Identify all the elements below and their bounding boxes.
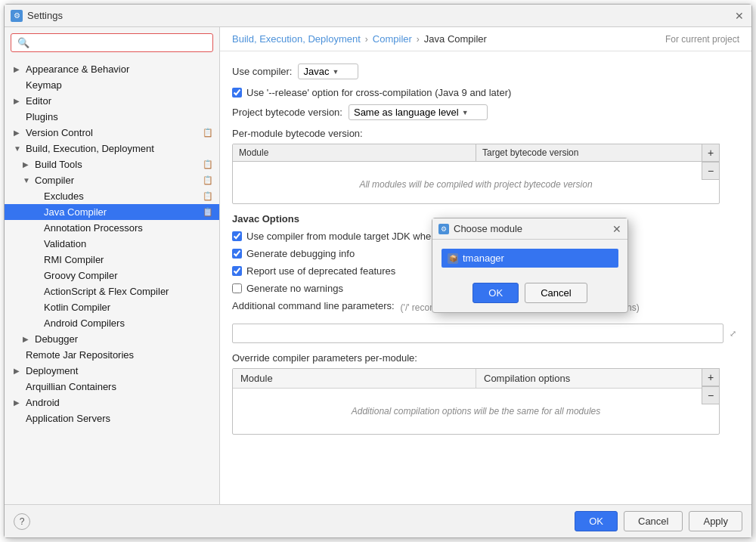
breadcrumb-current: Java Compiler — [424, 33, 487, 45]
javac-options-label: Javac Options — [232, 213, 299, 225]
sidebar-item-label: Java Compiler — [44, 206, 107, 218]
breadcrumb: Build, Execution, Deployment › Compiler … — [220, 27, 751, 51]
sidebar-item-label: Arquillian Containers — [26, 381, 116, 392]
help-button[interactable]: ? — [14, 513, 30, 530]
dialog-module-item[interactable]: 📦 tmanager — [442, 249, 618, 268]
gen-debug-label: Generate debugging info — [246, 248, 355, 259]
sidebar-item-annotation[interactable]: Annotation Processors — [5, 220, 219, 236]
sidebar-item-keymap[interactable]: Keymap — [5, 77, 219, 93]
add-module-button[interactable]: + — [702, 144, 720, 162]
sidebar-item-android[interactable]: ▶ Android — [5, 395, 219, 410]
dialog-buttons: OK Cancel — [432, 277, 627, 312]
use-compiler-value: Javac — [303, 66, 329, 77]
sidebar-item-plugins[interactable]: Plugins — [5, 109, 219, 125]
sidebar-item-excludes[interactable]: Excludes 📋 — [5, 188, 219, 204]
remove-module-button[interactable]: − — [702, 162, 720, 180]
add-override-button[interactable]: + — [702, 368, 720, 386]
breadcrumb-build[interactable]: Build, Execution, Deployment — [232, 33, 361, 45]
sidebar-item-build-exec[interactable]: ▼ Build, Execution, Deployment — [5, 141, 219, 156]
sidebar-item-kotlin[interactable]: Kotlin Compiler — [5, 299, 219, 315]
bottom-bar: ? OK Cancel Apply — [5, 504, 751, 537]
dialog-title: Choose module — [454, 223, 522, 234]
sidebar-item-build-tools[interactable]: ▶ Build Tools 📋 — [5, 156, 219, 172]
bottom-actions: OK Cancel Apply — [575, 511, 742, 531]
sidebar-item-remote-jar[interactable]: Remote Jar Repositories — [5, 347, 219, 363]
report-deprecated-label: Report use of deprecated features — [246, 265, 395, 277]
arrow-icon: ▶ — [14, 129, 23, 137]
main-panel: Build, Execution, Deployment › Compiler … — [220, 27, 751, 504]
sidebar-item-label: Validation — [44, 238, 86, 249]
copy-icon: 📋 — [203, 191, 213, 201]
close-button[interactable]: ✕ — [733, 10, 745, 22]
search-icon: 🔍 — [17, 37, 29, 48]
report-deprecated-checkbox[interactable] — [232, 266, 242, 276]
sidebar-item-label: Editor — [26, 95, 51, 107]
dialog-cancel-button[interactable]: Cancel — [525, 283, 587, 303]
sidebar-item-validation[interactable]: Validation — [5, 236, 219, 252]
table-actions: + − — [702, 144, 720, 180]
ok-button[interactable]: OK — [575, 511, 618, 531]
override-msg: Additional compilation options will be t… — [336, 391, 616, 432]
dialog-ok-button[interactable]: OK — [472, 283, 519, 303]
sidebar-item-compiler[interactable]: ▼ Compiler 📋 — [5, 172, 219, 188]
dropdown-arrow-icon: ▼ — [332, 68, 339, 76]
arrow-icon: ▶ — [14, 97, 23, 105]
bytecode-value: Same as language level — [354, 107, 459, 118]
dialog-module-name: tmanager — [463, 252, 504, 264]
search-input[interactable] — [33, 37, 206, 48]
sidebar-item-arquillian[interactable]: Arquillian Containers — [5, 379, 219, 395]
use-compiler-select[interactable]: Javac ▼ — [298, 63, 358, 79]
arrow-icon: ▶ — [14, 398, 23, 407]
copy-icon: 📋 — [203, 207, 213, 217]
sidebar-item-debugger[interactable]: ▶ Debugger — [5, 331, 219, 347]
sidebar-item-app-servers[interactable]: Application Servers — [5, 410, 219, 426]
bytecode-select[interactable]: Same as language level ▼ — [349, 104, 488, 120]
per-module-table: Module Target bytecode version All modul… — [232, 144, 720, 204]
panel-content: Use compiler: Javac ▼ Use '--release' op… — [220, 51, 751, 504]
copy-icon: 📋 — [203, 160, 213, 169]
dialog-close-button[interactable]: ✕ — [612, 223, 621, 235]
sidebar-item-label: Groovy Compiler — [44, 270, 118, 281]
sidebar-item-android-compilers[interactable]: Android Compilers — [5, 315, 219, 331]
sidebar-item-actionscript[interactable]: ActionScript & Flex Compiler — [5, 283, 219, 299]
sidebar-item-label: Annotation Processors — [44, 222, 143, 234]
override-section-label: Override compiler parameters per-module: — [232, 352, 739, 364]
use-compiler-opt-checkbox[interactable] — [232, 231, 242, 241]
choose-module-dialog[interactable]: ⚙ Choose module ✕ 📦 tmanager — [432, 218, 628, 313]
breadcrumb-sep1: › — [365, 34, 368, 45]
sidebar-item-label: Application Servers — [26, 413, 110, 424]
gen-debug-checkbox[interactable] — [232, 249, 242, 259]
cancel-button[interactable]: Cancel — [624, 511, 683, 531]
release-option-checkbox[interactable] — [232, 88, 242, 98]
sidebar-item-rmi[interactable]: RMI Compiler — [5, 252, 219, 268]
remove-override-button[interactable]: − — [702, 386, 720, 404]
override-table-header: Module Compilation options — [233, 369, 719, 389]
arrow-icon: ▶ — [23, 335, 32, 343]
expand-params-button[interactable]: ⤢ — [727, 327, 739, 340]
sidebar-item-label: Compiler — [35, 175, 74, 186]
main-content: 🔍 ▶ Appearance & Behavior Keymap ▶ Edito… — [5, 27, 751, 504]
sidebar-item-java-compiler[interactable]: Java Compiler 📋 — [5, 204, 219, 220]
dropdown-arrow-icon: ▼ — [462, 109, 469, 116]
sidebar-item-label: Build, Execution, Deployment — [26, 143, 154, 154]
sidebar-item-editor[interactable]: ▶ Editor — [5, 93, 219, 109]
breadcrumb-compiler[interactable]: Compiler — [373, 33, 412, 45]
additional-params-input[interactable] — [232, 324, 723, 343]
arrow-icon: ▼ — [23, 176, 32, 184]
sidebar-item-groovy[interactable]: Groovy Compiler — [5, 268, 219, 283]
use-compiler-row: Use compiler: Javac ▼ — [232, 63, 739, 79]
sidebar-item-deployment[interactable]: ▶ Deployment — [5, 363, 219, 379]
override-table-body: Additional compilation options will be t… — [233, 389, 719, 434]
sidebar-item-version-control[interactable]: ▶ Version Control 📋 — [5, 125, 219, 141]
sidebar-item-label: Plugins — [26, 111, 58, 122]
sidebar-item-appearance[interactable]: ▶ Appearance & Behavior — [5, 61, 219, 77]
sidebar-item-label: Appearance & Behavior — [26, 63, 129, 75]
apply-button[interactable]: Apply — [689, 511, 742, 531]
gen-no-warnings-checkbox[interactable] — [232, 283, 242, 293]
copy-icon: 📋 — [203, 128, 213, 138]
per-module-label: Per-module bytecode version: — [232, 128, 739, 139]
sidebar-item-label: Android Compilers — [44, 317, 125, 329]
gen-no-warnings-label: Generate no warnings — [246, 283, 343, 294]
search-box[interactable]: 🔍 — [11, 33, 213, 52]
release-option-row: Use '--release' option for cross-compila… — [232, 87, 739, 98]
